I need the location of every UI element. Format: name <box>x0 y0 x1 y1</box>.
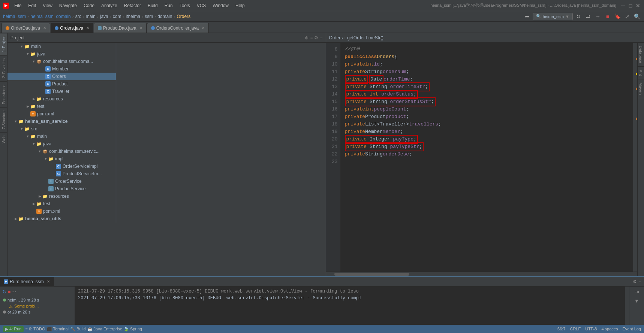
status-spaces[interactable]: 4 spaces <box>601 327 618 331</box>
menu-code[interactable]: Code <box>81 2 97 9</box>
tree-package[interactable]: ▼ 📦 com.itheima.ssm.doma... <box>7 58 116 65</box>
bottom-gear-icon[interactable]: ⚙ <box>633 279 637 284</box>
breadcrumb-itheima[interactable]: itheima <box>126 14 140 19</box>
tab-close-orderdao[interactable]: ✕ <box>43 26 46 30</box>
tree-java[interactable]: ▼ 📁 java <box>7 50 116 58</box>
status-todo[interactable]: ≡ 6: TODO <box>25 327 45 331</box>
sidebar-close-icon[interactable]: − <box>320 35 322 40</box>
breadcrumb-src[interactable]: src <box>75 14 81 19</box>
status-terminal[interactable]: ⬛ Terminal <box>47 327 69 332</box>
tab-close-orders[interactable]: ✕ <box>86 26 89 30</box>
tab-orderdao[interactable]: OrderDao.java ✕ <box>1 23 50 33</box>
tree-pom1[interactable]: M pom.xml <box>7 110 116 118</box>
menu-help[interactable]: Help <box>232 2 248 9</box>
bottom-action-wrap[interactable]: ⇥ <box>633 288 641 296</box>
left-tab-project[interactable]: 1: Project <box>0 33 7 55</box>
menu-run[interactable]: Run <box>162 2 176 9</box>
tab-close-productdao[interactable]: ✕ <box>139 26 142 30</box>
tab-orders[interactable]: Orders.java ✕ <box>51 23 93 33</box>
maximize-button[interactable]: □ <box>628 3 634 9</box>
breadcrumb-domain[interactable]: heima_ssm_domain <box>30 14 70 19</box>
bottom-scrollbar[interactable] <box>625 287 629 325</box>
status-java-enterprise[interactable]: ☕ Java Enterprise <box>87 327 122 332</box>
status-event-log[interactable]: Event Log <box>622 327 641 331</box>
code-editor[interactable]: 8 9 10 11 12 13 14 15 16 17 18 19 <box>326 43 638 276</box>
tree-traveller[interactable]: C Traveller <box>7 88 116 95</box>
status-encoding[interactable]: UTF-8 <box>585 327 597 331</box>
editor-scrollbar[interactable] <box>633 43 637 272</box>
sidebar-gear-icon[interactable]: ⚙ <box>314 35 318 40</box>
tree-pom2[interactable]: M pom.xml <box>7 208 116 215</box>
menu-window[interactable]: Window <box>210 2 232 9</box>
stop-icon[interactable]: ■ <box>604 12 612 21</box>
tree-test2[interactable]: ▶ 📁 test <box>7 200 116 208</box>
tree-ssm-utils[interactable]: ▶ 📁 heima_ssm_utils <box>7 215 116 222</box>
run-restart-icon[interactable]: ↻ <box>2 289 7 295</box>
tree-main2[interactable]: ▼ 📁 main <box>7 133 116 140</box>
tree-product[interactable]: C Product <box>7 80 116 88</box>
sidebar-collapse-icon[interactable]: ≡ <box>310 35 313 40</box>
menu-edit[interactable]: Edit <box>25 2 39 9</box>
menu-refactor[interactable]: Refactor <box>121 2 144 9</box>
menu-analyze[interactable]: Analyze <box>98 2 120 9</box>
tab-orderscontroller[interactable]: OrdersController.java ✕ <box>147 23 209 33</box>
nav-back-icon[interactable]: ⬅ <box>523 12 531 21</box>
tab-close-orderscontroller[interactable]: ✕ <box>202 26 205 30</box>
tree-orders[interactable]: C Orders <box>7 73 116 80</box>
breadcrumb-java[interactable]: java <box>100 14 108 19</box>
search-icon[interactable]: 🔍 <box>633 12 641 21</box>
tree-orderserviceimpl[interactable]: C OrderServiceImpl <box>7 163 116 170</box>
expand-icon[interactable]: ⤢ <box>623 12 631 21</box>
status-build[interactable]: 🔨 Build <box>70 327 86 332</box>
sync-icon[interactable]: ⇄ <box>584 12 592 21</box>
horizontal-scrollbar[interactable] <box>326 272 638 276</box>
tree-resources[interactable]: ▶ 📁 resources <box>7 95 116 103</box>
run-more-icon[interactable]: ⋯ <box>11 289 16 295</box>
right-tab-maven[interactable]: Maven <box>638 79 644 98</box>
left-tab-z-structure[interactable]: Z-Structure <box>0 107 7 132</box>
run-tree-or[interactable]: or 29 m 26 s <box>1 309 73 315</box>
tree-resources2[interactable]: ▶ 📁 resources <box>7 193 116 200</box>
menu-tools[interactable]: Tools <box>177 2 193 9</box>
bottom-tab-run-close[interactable]: ✕ <box>47 279 50 284</box>
tree-impl[interactable]: ▼ 📁 impl <box>7 155 116 163</box>
status-spring[interactable]: 🍃 Spring <box>124 327 142 332</box>
run-tree-heim[interactable]: heim... 29 m 28 s <box>1 297 73 303</box>
breadcrumb-com[interactable]: com <box>113 14 121 19</box>
bottom-minimize-icon[interactable]: − <box>638 279 641 284</box>
breadcrumb-main[interactable]: main <box>86 14 96 19</box>
tree-productserviceimpl[interactable]: C ProductServiceIm... <box>7 170 116 178</box>
minimize-button[interactable]: ─ <box>620 3 626 9</box>
menu-file[interactable]: File <box>11 2 24 9</box>
bottom-action-filter[interactable]: ▼ <box>633 297 641 305</box>
tab-productdao[interactable]: ProductDao.java ✕ <box>94 23 147 33</box>
tree-member[interactable]: C Member <box>7 65 116 73</box>
menu-navigate[interactable]: Navigate <box>56 2 80 9</box>
tree-java2[interactable]: ▼ 📁 java <box>7 140 116 148</box>
tree-orderservice[interactable]: I OrderService <box>7 178 116 185</box>
left-tab-web[interactable]: Web <box>0 132 7 146</box>
tree-productservice[interactable]: I ProductService <box>7 185 116 193</box>
code-area[interactable]: //订单 public class Orders { private int i… <box>340 43 633 272</box>
breadcrumb-heima-ssm[interactable]: heima_ssm <box>3 14 26 19</box>
left-tab-favorites[interactable]: 2: Favorites <box>0 55 7 81</box>
sidebar-new-icon[interactable]: ⊕ <box>305 35 309 40</box>
tree-test[interactable]: ▶ 📁 test <box>7 103 116 110</box>
breadcrumb-orders[interactable]: Orders <box>177 14 191 19</box>
nav-forward-icon[interactable]: → <box>594 12 602 21</box>
run-tree-some-prob[interactable]: ⚠ Some probl... <box>1 303 73 309</box>
close-button[interactable]: ✕ <box>635 3 641 9</box>
tree-package2[interactable]: ▼ 📦 com.itheima.ssm.servic... <box>7 148 116 155</box>
breadcrumb-ssm[interactable]: ssm <box>145 14 153 19</box>
status-crlf[interactable]: CRLF <box>570 327 581 331</box>
breadcrumb-domain2[interactable]: domain <box>157 14 172 19</box>
right-tab-database[interactable]: Database <box>638 43 644 67</box>
refresh-icon[interactable]: ↻ <box>574 12 583 21</box>
tree-main[interactable]: ▼ 📁 main <box>7 43 116 50</box>
bottom-tab-run[interactable]: ▶ Run: heima_ssm ✕ <box>0 277 54 287</box>
run-stop-icon[interactable]: ■ <box>7 289 10 295</box>
menu-vcs[interactable]: VCS <box>194 2 209 9</box>
right-tab-ant[interactable]: Ant <box>638 67 644 79</box>
tree-ssm-service[interactable]: ▼ 📁 heima_ssm_service <box>7 118 116 125</box>
menu-build[interactable]: Build <box>145 2 161 9</box>
